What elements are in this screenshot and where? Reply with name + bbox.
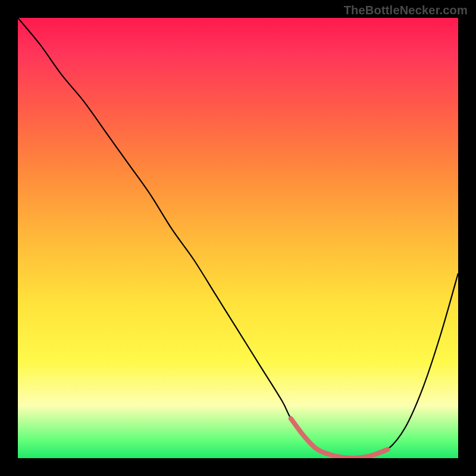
bottleneck-curve (18, 18, 458, 458)
chart-frame: TheBottleNecker.com (0, 0, 476, 476)
chart-svg (18, 18, 458, 458)
optimal-range-highlight (291, 418, 388, 458)
watermark-text: TheBottleNecker.com (344, 4, 468, 17)
plot-area (18, 18, 458, 458)
